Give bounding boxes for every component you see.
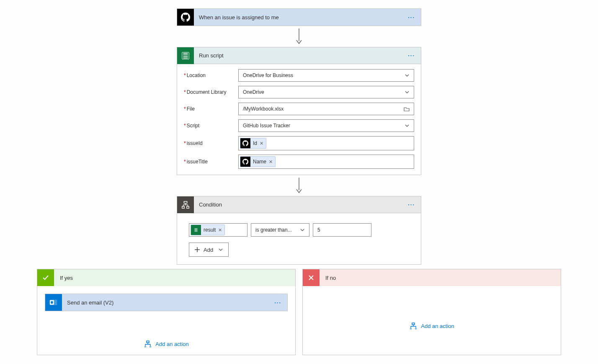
chevron-down-icon: [405, 123, 410, 128]
field-row-location: *Location OneDrive for Business: [184, 69, 414, 82]
send-email-header[interactable]: Send an email (V2) ···: [45, 294, 287, 311]
branch-no: If no Add an action: [302, 269, 561, 355]
token-remove[interactable]: ✕: [269, 159, 275, 165]
folder-icon[interactable]: [404, 106, 410, 111]
trigger-more-menu[interactable]: ···: [406, 14, 417, 21]
field-row-file: *File /MyWorkbook.xlsx: [184, 103, 414, 115]
field-label: *Script: [184, 123, 238, 129]
field-row-issueid: *issueId Id ✕: [184, 136, 414, 150]
script-select[interactable]: GitHub Issue Tracker: [238, 119, 414, 132]
chevron-down-icon: [405, 73, 410, 78]
branch-no-title: If no: [325, 275, 336, 281]
location-select[interactable]: OneDrive for Business: [238, 69, 414, 82]
token-remove[interactable]: ✕: [260, 141, 266, 146]
svg-rect-5: [184, 201, 187, 203]
trigger-title: When an issue is assigned to me: [199, 14, 401, 21]
run-script-card: Run script ··· *Location OneDrive for Bu…: [177, 47, 421, 175]
outlook-icon: [45, 294, 62, 311]
connector-arrow: [0, 28, 598, 45]
branch-yes-body: Send an email (V2) ··· Add an action: [37, 286, 295, 355]
chevron-down-icon: [300, 227, 305, 232]
condition-more-menu[interactable]: ···: [406, 201, 417, 208]
token-remove[interactable]: ✕: [218, 227, 224, 233]
add-action-icon: [409, 323, 418, 329]
branch-no-header: If no: [303, 269, 561, 286]
condition-add-button[interactable]: Add: [189, 243, 229, 257]
github-icon: [240, 157, 250, 167]
issuetitle-input[interactable]: Name ✕: [238, 155, 414, 169]
dynamic-token-result[interactable]: result ✕: [191, 225, 225, 235]
send-email-card[interactable]: Send an email (V2) ···: [45, 294, 288, 311]
branch-no-add-action[interactable]: Add an action: [409, 323, 454, 329]
add-action-icon: [144, 341, 152, 347]
field-label: *File: [184, 106, 238, 112]
field-label: *issueId: [184, 140, 238, 146]
issueid-input[interactable]: Id ✕: [238, 136, 414, 150]
doclib-select[interactable]: OneDrive: [238, 86, 414, 98]
excel-icon: [177, 47, 194, 64]
field-row-script: *Script GitHub Issue Tracker: [184, 119, 414, 132]
field-row-doclib: *Document Library OneDrive: [184, 86, 414, 98]
condition-icon: [177, 196, 194, 213]
branch-no-body: Add an action: [303, 286, 561, 345]
check-icon: [37, 269, 54, 286]
run-script-header[interactable]: Run script ···: [177, 47, 421, 64]
field-row-issuetitle: *issueTitle Name ✕: [184, 155, 414, 169]
branch-yes: If yes Send an email (V2) ···: [37, 269, 296, 355]
condition-expression-row: result ✕ is greater than... 5: [189, 223, 409, 237]
field-label: *Document Library: [184, 89, 238, 95]
chevron-down-icon: [405, 90, 410, 95]
excel-icon: [191, 225, 201, 235]
run-script-body: *Location OneDrive for Business *Documen…: [177, 64, 421, 175]
field-label: *issueTitle: [184, 159, 238, 165]
svg-rect-18: [147, 341, 149, 343]
condition-header[interactable]: Condition ···: [177, 196, 421, 213]
send-email-title: Send an email (V2): [67, 299, 268, 306]
github-icon: [177, 9, 194, 26]
send-email-more-menu[interactable]: ···: [273, 299, 283, 306]
github-icon: [240, 138, 250, 148]
run-script-more-menu[interactable]: ···: [406, 52, 417, 59]
svg-rect-27: [412, 323, 415, 325]
trigger-card[interactable]: When an issue is assigned to me ···: [177, 8, 421, 26]
condition-branches: If yes Send an email (V2) ···: [0, 269, 598, 355]
svg-rect-11: [187, 206, 189, 208]
condition-right-operand[interactable]: 5: [313, 223, 371, 237]
svg-rect-10: [182, 206, 185, 208]
branch-yes-add-action[interactable]: Add an action: [144, 341, 189, 347]
dynamic-token-name[interactable]: Name ✕: [240, 156, 276, 167]
plus-icon: [194, 247, 200, 253]
field-label: *Location: [184, 72, 238, 78]
svg-point-17: [51, 301, 53, 304]
dynamic-token-id[interactable]: Id ✕: [240, 138, 266, 149]
close-icon: [303, 269, 320, 286]
file-picker[interactable]: /MyWorkbook.xlsx: [238, 103, 414, 115]
condition-title: Condition: [199, 201, 401, 208]
condition-card: Condition ··· result ✕ is greater than..…: [177, 196, 421, 265]
connector-arrow: [0, 178, 598, 194]
condition-body: result ✕ is greater than... 5: [177, 213, 421, 264]
run-script-title: Run script: [199, 52, 401, 59]
condition-operator-select[interactable]: is greater than...: [251, 223, 309, 237]
condition-left-operand[interactable]: result ✕: [189, 223, 247, 237]
chevron-down-icon: [218, 247, 223, 252]
branch-yes-header: If yes: [37, 269, 295, 286]
branch-yes-title: If yes: [60, 275, 73, 281]
trigger-header[interactable]: When an issue is assigned to me ···: [177, 9, 421, 26]
